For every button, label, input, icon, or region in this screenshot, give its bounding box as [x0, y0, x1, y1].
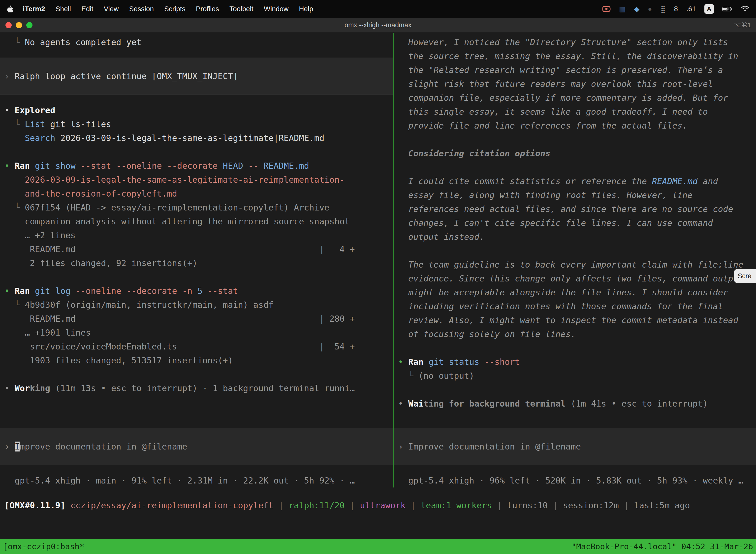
tmux-status-bar: [omx-cczip0:bash* "MacBook-Pro-44.local"…: [0, 539, 756, 554]
terminal-line: [398, 244, 756, 258]
menu-items: iTerm2ShellEditViewSessionScriptsProfile…: [23, 5, 313, 13]
screen-recording-indicator[interactable]: [602, 6, 611, 12]
terminal-line: [398, 383, 756, 397]
pane-status-line: gpt-5.4 xhigh · main · 91% left · 2.31M …: [4, 474, 393, 488]
window-title: omx --xhigh --madmax: [0, 21, 756, 29]
menu-session[interactable]: Session: [129, 5, 154, 13]
terminal-line: [398, 132, 756, 147]
terminal-line: … +2 lines: [4, 228, 393, 242]
terminal-line: Considering citation options: [398, 147, 756, 160]
terminal-line: gpt-5.4 xhigh · main · 91% left · 2.31M …: [4, 474, 393, 488]
terminal-line: README.md | 280 +: [4, 312, 393, 326]
terminal-line: … +1901 lines: [4, 326, 393, 340]
right-pane: However, I noticed the "Directory Struct…: [394, 33, 756, 488]
tmux-session-window[interactable]: [omx-cczip0:bash*: [3, 542, 84, 551]
terminal-line: › Ralph loop active continue [OMX_TMUX_I…: [4, 69, 393, 83]
terminal-line: • Ran git status --short: [398, 355, 756, 369]
terminal-line: • Working (11m 13s • esc to interrupt) ·…: [4, 381, 393, 395]
menu-toolbelt[interactable]: Toolbelt: [230, 5, 253, 13]
terminal-line: └ No agents completed yet: [4, 35, 393, 49]
terminal-line: • Ran git log --oneline --decorate -n 5 …: [4, 284, 393, 298]
terminal-line: including verification notes with those …: [398, 299, 756, 313]
terminal-line: companion analysis without altering the …: [4, 214, 393, 228]
terminal-line: [398, 341, 756, 355]
terminal-line: provide file and line references from th…: [398, 119, 756, 132]
terminal-line: references need actual files, and since …: [398, 202, 756, 216]
terminal-window: └ No agents completed yet› Ralph loop ac…: [0, 33, 756, 554]
tmux-host-clock: "MacBook-Pro-44.local" 04:52 31-Mar-26: [571, 542, 753, 551]
battery-percentage[interactable]: .61: [686, 5, 696, 13]
dots-grid-icon[interactable]: ⣿: [660, 5, 666, 13]
terminal-line: might be acceptable alongside the file l…: [398, 285, 756, 299]
agent-thinking: However, I noticed the "Directory Struct…: [398, 35, 756, 410]
terminal-line: gpt-5.4 xhigh · 96% left · 520K in · 5.8…: [398, 474, 756, 488]
terminal-line: the source tree, missing the essay. Stil…: [398, 49, 756, 63]
terminal-line: companion file, especially if more comme…: [398, 91, 756, 105]
terminal-line: output instead.: [398, 230, 756, 244]
menu-iterm2[interactable]: iTerm2: [23, 5, 45, 13]
terminal-line: slight risk that future readers may over…: [398, 77, 756, 91]
left-pane: └ No agents completed yet› Ralph loop ac…: [0, 33, 393, 488]
agents-status: └ No agents completed yet: [4, 35, 393, 49]
grid-app-icon[interactable]: ▦: [619, 5, 626, 13]
prompt-input[interactable]: › Improve documentation in @filename: [394, 428, 756, 465]
terminal-line: • Waiting for background terminal (1m 41…: [398, 397, 756, 410]
terminal-line: review. Also, I might want to inspect th…: [398, 313, 756, 327]
agent-transcript: • Explored └ List git ls-files Search 20…: [4, 103, 393, 395]
terminal-line: • Explored: [4, 103, 393, 117]
terminal-line: [4, 145, 393, 159]
dark-app-icon[interactable]: ●: [648, 5, 652, 13]
terminal-line: essay file, along with finding root file…: [398, 188, 756, 202]
apple-menu[interactable]: [7, 5, 13, 12]
terminal-line: [4, 367, 393, 381]
terminal-line: › Improve documentation in @filename: [4, 440, 393, 453]
terminal-line: 1903 files changed, 513517 insertions(+): [4, 353, 393, 367]
menu-edit[interactable]: Edit: [81, 5, 93, 13]
terminal-line: The team guideline is to back every impo…: [398, 258, 756, 272]
apple-logo: [7, 5, 13, 12]
screen-share-tab[interactable]: Scre: [734, 269, 756, 283]
terminal-line: of focusing solely on file lines.: [398, 327, 756, 341]
menu-view[interactable]: View: [104, 5, 119, 13]
terminal-line: However, I noticed the "Directory Struct…: [398, 35, 756, 49]
terminal-line: evidence. Since this change only affects…: [398, 272, 756, 285]
window-shortcut: ⌥⌘1: [734, 21, 756, 29]
prompt-input[interactable]: › Improve documentation in @filename: [0, 428, 393, 465]
menu-bar-status-icons: ▦◆●⣿8.61A: [602, 4, 749, 14]
inject-banner: › Ralph loop active continue [OMX_TMUX_I…: [0, 58, 393, 95]
pane-status-line: gpt-5.4 xhigh · 96% left · 520K in · 5.8…: [398, 474, 756, 488]
terminal-line: └ 4b9d30f (origin/main, instructkr/main,…: [4, 298, 393, 312]
screen: iTerm2ShellEditViewSessionScriptsProfile…: [0, 0, 756, 554]
terminal-line: src/voice/voiceModeEnabled.ts | 54 +: [4, 340, 393, 353]
terminal-line: changes, I can't cite specific file line…: [398, 216, 756, 230]
terminal-line: • Ran git show --stat --oneline --decora…: [4, 159, 393, 173]
menu-shell[interactable]: Shell: [56, 5, 71, 13]
terminal-line: the "Related research writing" section i…: [398, 63, 756, 77]
input-source-icon[interactable]: A: [704, 4, 714, 14]
terminal-line: Search 2026-03-09-is-legal-the-same-as-l…: [4, 131, 393, 145]
omx-status-line: [OMX#0.11.9] cczip/essay/ai-reimplementa…: [0, 498, 756, 512]
terminal-line: README.md | 4 +: [4, 242, 393, 256]
menu-scripts[interactable]: Scripts: [164, 5, 186, 13]
blue-app-icon[interactable]: ◆: [634, 5, 640, 13]
menu-help[interactable]: Help: [299, 5, 313, 13]
terminal-line: [4, 270, 393, 284]
menu-window[interactable]: Window: [264, 5, 289, 13]
menu-bar: iTerm2ShellEditViewSessionScriptsProfile…: [0, 0, 756, 18]
terminal-line: this single essay, it seems like a good …: [398, 105, 756, 119]
terminal-line: └ List git ls-files: [4, 117, 393, 131]
terminal-line: └ (no output): [398, 369, 756, 383]
battery-icon[interactable]: [722, 6, 733, 12]
title-bar: omx --xhigh --madmax ⌥⌘1: [0, 18, 756, 33]
terminal-line: 2 files changed, 92 insertions(+): [4, 256, 393, 270]
terminal-line: 2026-03-09-is-legal-the-same-as-legitima…: [4, 173, 393, 187]
terminal-line: › Improve documentation in @filename: [398, 440, 756, 453]
menu-profiles[interactable]: Profiles: [196, 5, 219, 13]
stopwatch-icon[interactable]: 8: [674, 5, 678, 13]
terminal-line: └ 067f154 (HEAD -> essay/ai-reimplementa…: [4, 201, 393, 214]
bottom-spacer: [0, 512, 756, 539]
terminal-line: [398, 160, 756, 174]
wifi-icon[interactable]: [741, 6, 749, 12]
terminal-line: I could cite commit statistics or refere…: [398, 174, 756, 188]
terminal-line: and-the-erosion-of-copyleft.md: [4, 187, 393, 201]
